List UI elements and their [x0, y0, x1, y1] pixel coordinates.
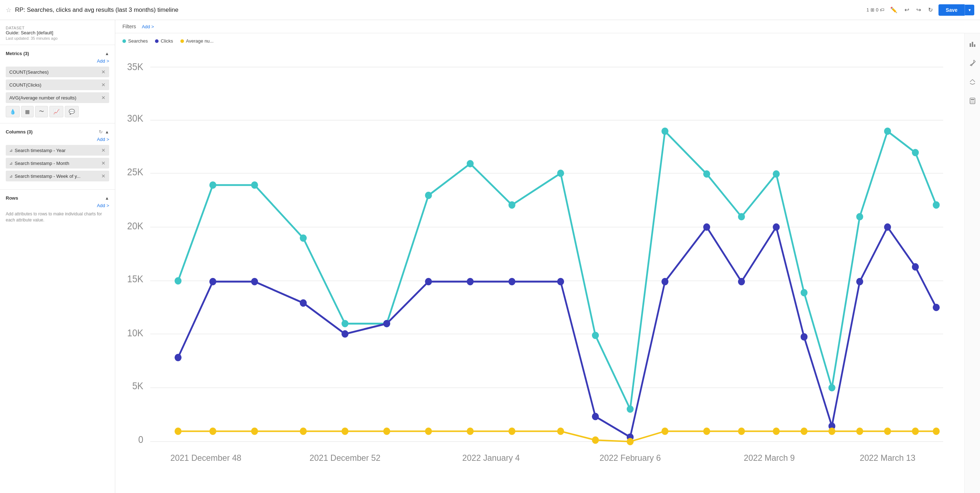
- star-icon[interactable]: ☆: [6, 6, 11, 14]
- panel-sort-button[interactable]: [967, 77, 977, 89]
- dataset-updated: Last updated: 35 minutes ago: [6, 36, 109, 40]
- refresh-button[interactable]: ↻: [927, 5, 934, 15]
- svg-text:2022 March 9: 2022 March 9: [744, 453, 795, 463]
- svg-text:0: 0: [138, 434, 143, 445]
- metrics-add-link[interactable]: Add >: [6, 58, 109, 64]
- searches-dot: [884, 128, 891, 135]
- columns-add-link[interactable]: Add >: [6, 137, 109, 142]
- viz-btn-bar[interactable]: ▦: [21, 106, 33, 117]
- svg-line-26: [970, 80, 972, 82]
- avg-dot: [300, 428, 307, 435]
- clicks-dot: [509, 278, 515, 286]
- legend-label-searches: Searches: [128, 38, 148, 44]
- searches-dot: [738, 213, 745, 221]
- save-dropdown-button[interactable]: ▾: [965, 5, 974, 15]
- clicks-dot: [856, 278, 863, 286]
- avg-dot: [175, 428, 181, 435]
- column-label-year: Search timestamp - Year: [15, 148, 65, 153]
- panel-bar-chart-button[interactable]: [967, 39, 977, 51]
- undo-button[interactable]: ↩: [903, 5, 910, 15]
- chart-right-panel: [964, 33, 980, 493]
- svg-text:15K: 15K: [127, 274, 143, 285]
- rows-title: Rows: [6, 196, 18, 201]
- metrics-chevron[interactable]: ▲: [105, 51, 109, 56]
- searches-dot: [425, 192, 432, 199]
- edit-button[interactable]: ✏️: [889, 5, 899, 15]
- avg-dot: [383, 428, 390, 435]
- panel-eyedropper-button[interactable]: [967, 58, 977, 70]
- legend-item-searches: Searches: [123, 38, 148, 44]
- metric-label-avg: AVG(Average number of results): [9, 95, 76, 100]
- svg-text:35K: 35K: [127, 61, 143, 72]
- svg-text:10K: 10K: [127, 328, 143, 339]
- metric-label-clicks: COUNT(Clicks): [9, 82, 41, 87]
- viz-btn-drop[interactable]: 💧: [6, 106, 20, 117]
- column-remove-month[interactable]: ✕: [101, 160, 106, 166]
- row-count-badge: 1 ⊞ 0 🏷: [867, 7, 885, 13]
- avg-dot: [912, 428, 919, 435]
- column-week-left: ⊿ Search timestamp - Week of y...: [9, 173, 81, 179]
- legend-item-avg: Average nu...: [180, 38, 214, 44]
- svg-line-29: [972, 83, 975, 84]
- rows-add-link[interactable]: Add >: [6, 203, 109, 208]
- viz-btn-msg[interactable]: 💬: [65, 106, 79, 117]
- metric-item-searches[interactable]: COUNT(Searches) ✕: [6, 67, 109, 77]
- avg-dot: [342, 428, 348, 435]
- avg-dot: [884, 428, 891, 435]
- viz-type-row: 💧 ▦ 〜 📈 💬: [6, 106, 109, 117]
- viz-btn-chart[interactable]: 📈: [49, 106, 64, 117]
- metric-remove-avg[interactable]: ✕: [101, 95, 106, 100]
- column-item-month[interactable]: ⊿ Search timestamp - Month ✕: [6, 158, 109, 169]
- avg-dot: [251, 428, 258, 435]
- column-remove-year[interactable]: ✕: [101, 147, 106, 153]
- clicks-dot: [912, 263, 919, 271]
- svg-text:2022 January 4: 2022 January 4: [463, 453, 520, 463]
- tag-icon: 🏷: [880, 7, 885, 13]
- metrics-header: Metrics (3) ▲: [6, 51, 109, 56]
- searches-dot: [703, 170, 710, 178]
- svg-text:2022 February 6: 2022 February 6: [600, 453, 661, 463]
- clicks-dot: [557, 278, 564, 286]
- metric-remove-searches[interactable]: ✕: [101, 69, 106, 75]
- clicks-dot: [383, 320, 390, 328]
- save-btn-group: Save ▾: [939, 4, 974, 16]
- searches-dot: [592, 332, 599, 339]
- chart-container: Searches Clicks Average nu...: [115, 33, 980, 493]
- dataset-label: Dataset: [6, 26, 109, 30]
- svg-point-37: [974, 102, 974, 103]
- svg-text:2022 March 13: 2022 March 13: [860, 453, 915, 463]
- column-remove-week[interactable]: ✕: [101, 173, 106, 179]
- avg-dot: [856, 428, 863, 435]
- metric-remove-clicks[interactable]: ✕: [101, 82, 106, 87]
- searches-dot: [801, 289, 808, 297]
- chart-area: Filters Add > Searches Clicks: [115, 20, 980, 493]
- header: ☆ RP: Searches, clicks and avg results (…: [0, 0, 980, 20]
- redo-button[interactable]: ↪: [915, 5, 923, 15]
- columns-refresh-icon[interactable]: ↻: [99, 129, 103, 135]
- save-button[interactable]: Save: [939, 4, 965, 16]
- legend-dot-searches: [123, 39, 126, 43]
- panel-calculator-button[interactable]: [967, 96, 977, 108]
- rows-hint: Add attributes to rows to make individua…: [6, 211, 109, 223]
- add-filter-link[interactable]: Add >: [142, 24, 154, 29]
- svg-text:2021 December 48: 2021 December 48: [170, 453, 241, 463]
- chart-svg-wrapper: 35K 30K 25K 20K 15K 10K 5K 0: [123, 48, 957, 476]
- searches-dot: [557, 170, 564, 177]
- column-item-week[interactable]: ⊿ Search timestamp - Week of y... ✕: [6, 171, 109, 181]
- svg-point-33: [972, 101, 973, 102]
- clicks-dot: [662, 278, 668, 286]
- funnel-icon-year: ⊿: [9, 148, 13, 153]
- columns-chevron[interactable]: ▲: [105, 129, 109, 135]
- metric-item-clicks[interactable]: COUNT(Clicks) ✕: [6, 80, 109, 90]
- viz-btn-wave[interactable]: 〜: [35, 106, 48, 117]
- avg-dot: [662, 428, 668, 435]
- metric-item-avg[interactable]: AVG(Average number of results) ✕: [6, 92, 109, 103]
- avg-dot: [801, 428, 808, 435]
- svg-point-35: [971, 102, 971, 103]
- svg-text:20K: 20K: [127, 220, 143, 231]
- rows-chevron[interactable]: ▲: [105, 196, 109, 201]
- column-item-year[interactable]: ⊿ Search timestamp - Year ✕: [6, 145, 109, 156]
- avg-dot: [557, 428, 564, 435]
- rows-section: Rows ▲ Add > Add attributes to rows to m…: [0, 192, 115, 226]
- clicks-dot: [425, 278, 432, 286]
